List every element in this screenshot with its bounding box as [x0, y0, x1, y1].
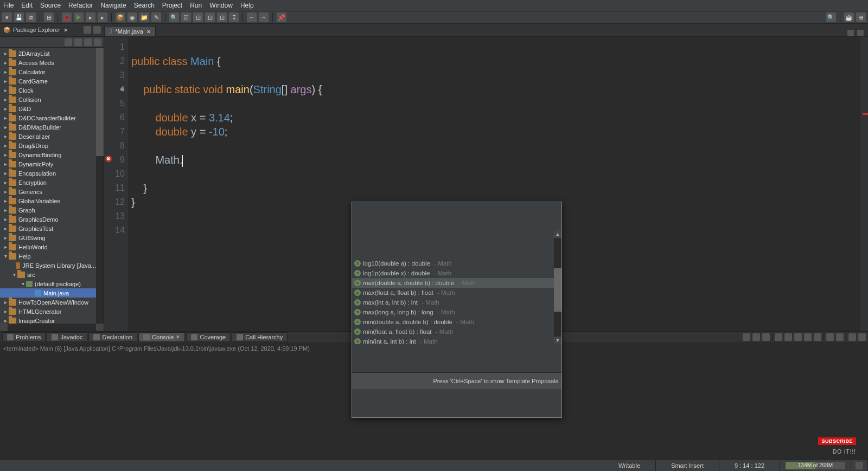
tree-item[interactable]: ▸ImageCreator — [0, 316, 104, 324]
menu-source[interactable]: Source — [40, 2, 61, 9]
tree-item[interactable]: ▸D&DCharacterBuilder — [0, 113, 104, 122]
tree-item[interactable]: ▸GraphicsTest — [0, 224, 104, 233]
min-bottom-icon[interactable] — [848, 333, 856, 341]
autocomplete-popup[interactable]: slog10(double a) : double - Mathslog1p(d… — [352, 202, 562, 418]
tree-item[interactable]: ▸Encryption — [0, 178, 104, 187]
bottom-tab-problems[interactable]: Problems — [2, 332, 46, 342]
minimize-icon[interactable] — [847, 30, 854, 36]
editor-tab-main[interactable]: J *Main.java ✕ — [104, 26, 156, 36]
fwd-icon[interactable]: → — [259, 12, 269, 22]
scroll-up-icon[interactable]: ▲ — [554, 230, 561, 238]
menu-search[interactable]: Search — [134, 2, 155, 9]
new-pkg-icon[interactable]: 📦 — [116, 12, 125, 22]
tree-item[interactable]: ▸Calculator — [0, 67, 104, 76]
menu-help[interactable]: Help — [240, 2, 254, 9]
min-icon[interactable] — [84, 26, 91, 34]
tree-item[interactable]: JRE System Library [Java... — [0, 261, 104, 270]
display-icon[interactable] — [814, 333, 821, 341]
bottom-tab-call-hierarchy[interactable]: Call Hierarchy — [232, 332, 288, 342]
tree-item[interactable]: ▸HelloWorld — [0, 242, 104, 251]
tree-item[interactable]: ▾src — [0, 270, 104, 279]
collapse-all-icon[interactable] — [65, 38, 72, 46]
coverage-icon[interactable]: ▸ — [86, 12, 95, 22]
horizontal-scrollbar[interactable] — [0, 324, 104, 331]
vertical-scrollbar[interactable] — [96, 48, 104, 324]
toggle-icon[interactable]: ⊞ — [44, 12, 54, 22]
max-icon[interactable] — [93, 26, 101, 34]
back-icon[interactable]: ← — [247, 12, 257, 22]
tree-item[interactable]: ▸Drag&Drop — [0, 141, 104, 150]
link-editor-icon[interactable] — [74, 38, 82, 46]
menu-run[interactable]: Run — [190, 2, 202, 9]
word-wrap-icon[interactable] — [794, 333, 802, 341]
error-marker-icon[interactable]: ✖ — [105, 156, 112, 162]
scroll-down-icon[interactable]: ▼ — [554, 337, 561, 344]
scroll-lock-icon[interactable] — [784, 333, 792, 341]
gc-icon[interactable] — [856, 462, 863, 469]
error-mark-icon[interactable] — [863, 113, 868, 115]
tree-item[interactable]: Main.java — [0, 288, 104, 298]
tree-item[interactable]: ▸GUISwing — [0, 233, 104, 242]
new-folder-icon[interactable]: 📁 — [139, 12, 149, 22]
bottom-tab-declaration[interactable]: Declaration — [88, 332, 137, 342]
new-icon[interactable]: ▾ — [2, 12, 12, 22]
popup-scrollbar[interactable]: ▲ ▼ — [554, 230, 561, 344]
clear-console-icon[interactable] — [775, 333, 782, 341]
c-icon[interactable]: ⊡ — [217, 12, 227, 22]
a-icon[interactable]: ⊡ — [193, 12, 203, 22]
search-icon[interactable]: 🔍 — [169, 12, 179, 22]
tree-item[interactable]: ▸Deserializer — [0, 132, 104, 141]
remove-launch-icon[interactable] — [752, 333, 760, 341]
tree-item[interactable]: ▸DynamicPoly — [0, 159, 104, 169]
tree-item[interactable]: ▸Collision — [0, 95, 104, 104]
tree-item[interactable]: ▸HTMLGenerator — [0, 307, 104, 316]
persp-java-icon[interactable]: ☕ — [844, 12, 854, 22]
tree-item[interactable]: ▸GraphicsDemo — [0, 215, 104, 224]
menu-navigate[interactable]: Navigate — [100, 2, 126, 9]
pin-console-icon[interactable] — [743, 333, 750, 341]
task-icon[interactable]: ☑ — [181, 12, 191, 22]
close-icon[interactable]: ✕ — [176, 334, 180, 340]
more-icon[interactable] — [94, 38, 101, 46]
heap-status[interactable]: 134M of 268M — [786, 462, 845, 469]
show-console-icon[interactable] — [804, 333, 812, 341]
menu-file[interactable]: File — [3, 2, 14, 9]
close-icon[interactable]: ✕ — [63, 27, 68, 33]
tree-item[interactable]: ▸Encapsulation — [0, 169, 104, 178]
code-editor[interactable]: 1234567891011121314 ✖ public class Main … — [104, 37, 868, 331]
tree-item[interactable]: ▸GlobalVariables — [0, 196, 104, 205]
save-icon[interactable]: 💾 — [14, 12, 24, 22]
package-explorer-tab[interactable]: 📦 Package Explorer ✕ — [0, 23, 104, 36]
pin-icon[interactable]: 📌 — [277, 12, 286, 22]
tree-item[interactable]: ▸Access Mods — [0, 58, 104, 67]
run-last-icon[interactable]: ▸ — [98, 12, 107, 22]
tree-item[interactable]: ▸Clock — [0, 86, 104, 95]
tree-item[interactable]: ▸Graph — [0, 205, 104, 215]
view-menu-icon[interactable] — [84, 38, 92, 46]
tree-item[interactable]: ▾Help — [0, 251, 104, 261]
bottom-tab-coverage[interactable]: Coverage — [186, 332, 231, 342]
menu-window[interactable]: Window — [209, 2, 233, 9]
tree-item[interactable]: ▾(default package) — [0, 279, 104, 288]
quick-access-icon[interactable]: 🔍 — [826, 12, 836, 22]
tree-item[interactable]: ▸D&D — [0, 104, 104, 113]
project-tree[interactable]: ▸2DArrayList▸Access Mods▸Calculator▸Card… — [0, 48, 104, 324]
autocomplete-item[interactable]: smin(int a, int b) : int - Math — [352, 337, 561, 344]
tree-item[interactable]: ▸CardGame — [0, 76, 104, 86]
close-icon[interactable]: ✕ — [146, 29, 151, 35]
maximize-icon[interactable] — [857, 30, 864, 36]
menu-refactor[interactable]: Refactor — [68, 2, 93, 9]
max-bottom-icon[interactable] — [858, 333, 866, 341]
tree-item[interactable]: ▸2DArrayList — [0, 49, 104, 58]
debug-icon[interactable]: 🐞 — [62, 12, 72, 22]
d-icon[interactable]: ↧ — [229, 12, 239, 22]
menu-project[interactable]: Project — [162, 2, 182, 9]
bottom-tab-console[interactable]: Console✕ — [138, 332, 185, 342]
overview-ruler[interactable] — [860, 37, 868, 331]
persp-open-icon[interactable]: ⊕ — [856, 12, 866, 22]
tree-item[interactable]: ▸DynamicBinding — [0, 150, 104, 159]
new-console-icon[interactable] — [836, 333, 844, 341]
remove-all-icon[interactable] — [762, 333, 770, 341]
open-type-icon[interactable]: ✎ — [151, 12, 161, 22]
tree-item[interactable]: ▸Generics — [0, 187, 104, 196]
